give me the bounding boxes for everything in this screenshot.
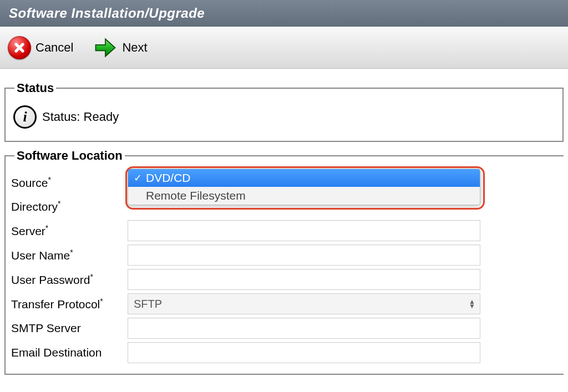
select-arrows-icon: ▲▼ <box>469 299 475 308</box>
status-legend: Status <box>14 81 56 95</box>
toolbar: Cancel Next <box>0 27 568 69</box>
info-icon: i <box>13 105 37 129</box>
arrow-right-icon <box>93 36 118 59</box>
smtp-server-label: SMTP Server <box>11 322 128 335</box>
directory-label: Directory* <box>11 199 128 213</box>
page-header: Software Installation/Upgrade <box>0 0 568 27</box>
server-label: Server* <box>11 223 128 238</box>
software-location-fieldset: Software Location Source* ✓ DVD/CD Remot… <box>4 149 564 375</box>
user-name-input[interactable] <box>128 245 480 266</box>
email-destination-label: Email Destination <box>11 346 128 359</box>
user-name-label: User Name* <box>11 248 128 262</box>
cancel-label: Cancel <box>36 40 73 55</box>
software-location-legend: Software Location <box>14 149 125 163</box>
next-button[interactable]: Next <box>93 36 147 59</box>
source-dropdown[interactable]: ✓ DVD/CD Remote Filesystem <box>128 169 480 205</box>
source-option-dvd-cd[interactable]: ✓ DVD/CD <box>128 169 480 187</box>
transfer-protocol-select[interactable]: SFTP ▲▼ <box>128 293 480 314</box>
server-input[interactable] <box>128 220 480 241</box>
page-title: Software Installation/Upgrade <box>9 6 205 21</box>
status-fieldset: Status i Status: Ready <box>4 81 564 142</box>
smtp-server-input[interactable] <box>128 318 480 339</box>
user-password-label: User Password* <box>11 272 128 287</box>
cancel-icon <box>8 36 31 59</box>
email-destination-input[interactable] <box>128 342 480 363</box>
transfer-protocol-label: Transfer Protocol* <box>11 297 128 311</box>
next-label: Next <box>122 40 147 55</box>
source-option-remote-filesystem[interactable]: Remote Filesystem <box>128 187 480 205</box>
user-password-input[interactable] <box>128 269 480 290</box>
cancel-button[interactable]: Cancel <box>8 36 73 59</box>
status-text: Status: Ready <box>42 110 119 124</box>
source-label: Source* <box>11 171 128 190</box>
checkmark-icon: ✓ <box>134 172 146 184</box>
